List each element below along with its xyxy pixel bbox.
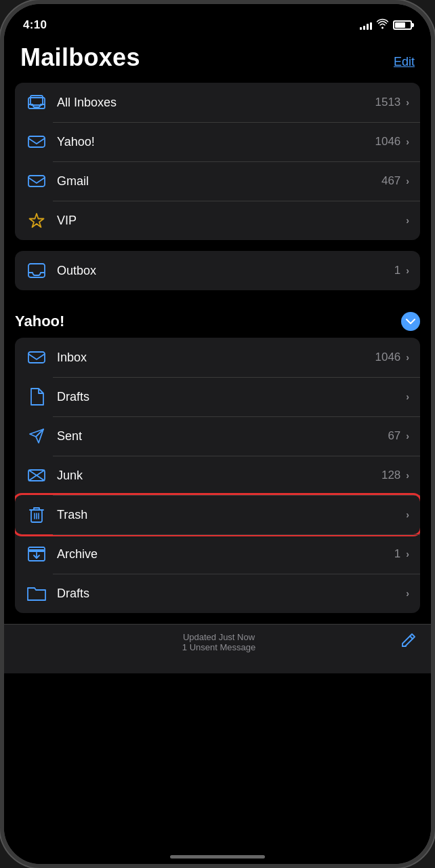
vip-label: VIP [57, 214, 400, 228]
battery-icon [393, 20, 412, 30]
svg-rect-16 [28, 547, 45, 551]
yahoo-trash-chevron: › [406, 509, 409, 520]
home-indicator [170, 855, 265, 859]
yahoo-archive-label: Archive [57, 547, 394, 561]
outbox-group: Outbox 1 › [15, 251, 420, 290]
status-icons [360, 20, 412, 31]
svg-rect-3 [28, 176, 45, 186]
gmail-label: Gmail [57, 174, 381, 189]
star-icon [26, 210, 47, 231]
bottom-status-info: Updated Just Now 1 Unsent Message [38, 632, 400, 652]
yahoo-junk-count: 128 [381, 469, 400, 482]
yahoo-trash-label: Trash [57, 508, 400, 522]
update-status: Updated Just Now [183, 632, 255, 642]
yahoo-inbox-icon [26, 131, 47, 153]
yahoo-sent-count: 67 [388, 429, 400, 443]
yahoo-section-header: Yahoo! [4, 301, 431, 338]
page-header: Mailboxes Edit [4, 38, 431, 83]
compose-button[interactable] [400, 631, 417, 653]
yahoo-drafts2-chevron: › [406, 588, 409, 599]
yahoo-folders-group: Inbox 1046 › Drafts › [15, 338, 420, 613]
gmail-icon [26, 170, 47, 192]
main-content: Mailboxes Edit All Inboxes 1513 [4, 38, 431, 864]
bottom-toolbar: Updated Just Now 1 Unsent Message [4, 624, 431, 673]
yahoo-drafts-item[interactable]: Drafts › [15, 377, 420, 416]
yahoo-drafts2-label: Drafts [57, 587, 400, 601]
svg-line-18 [410, 636, 413, 639]
phone-inner: 4:10 [4, 4, 431, 864]
svg-rect-5 [28, 352, 45, 363]
vip-item[interactable]: VIP › [15, 201, 420, 240]
page-title: Mailboxes [20, 43, 140, 72]
yahoo-inbox-folder-count: 1046 [375, 351, 401, 364]
yahoo-junk-item[interactable]: Junk 128 › [15, 456, 420, 495]
signal-bar-2 [363, 26, 365, 30]
edit-button[interactable]: Edit [394, 55, 415, 72]
signal-bar-1 [360, 27, 362, 30]
yahoo-inbox-item[interactable]: Yahoo! 1046 › [15, 122, 420, 161]
folder-icon [26, 583, 47, 604]
vip-chevron: › [406, 215, 409, 226]
yahoo-archive-count: 1 [394, 547, 400, 561]
outbox-count: 1 [394, 264, 400, 277]
archive-icon [26, 543, 47, 565]
yahoo-section-chevron-icon[interactable] [401, 312, 420, 331]
yahoo-inbox-folder-icon [26, 347, 47, 368]
yahoo-junk-label: Junk [57, 469, 381, 483]
junk-icon [26, 465, 47, 486]
yahoo-sent-chevron: › [406, 431, 409, 441]
svg-rect-2 [28, 136, 45, 147]
gmail-chevron: › [406, 176, 409, 186]
status-time: 4:10 [23, 18, 47, 32]
yahoo-junk-chevron: › [406, 470, 409, 481]
yahoo-inbox-folder-item[interactable]: Inbox 1046 › [15, 338, 420, 377]
signal-bars-icon [360, 21, 372, 30]
all-inboxes-label: All Inboxes [57, 96, 375, 110]
draft-icon [26, 386, 47, 408]
wifi-icon [377, 20, 388, 31]
outbox-label: Outbox [57, 264, 394, 278]
yahoo-count: 1046 [375, 135, 401, 149]
outbox-item[interactable]: Outbox 1 › [15, 251, 420, 290]
all-inboxes-chevron: › [406, 97, 409, 108]
yahoo-inbox-folder-label: Inbox [57, 351, 375, 365]
yahoo-drafts-label: Drafts [57, 390, 400, 404]
signal-bar-4 [370, 22, 372, 30]
battery-fill [395, 22, 405, 28]
gmail-item[interactable]: Gmail 467 › [15, 161, 420, 201]
yahoo-archive-item[interactable]: Archive 1 › [15, 534, 420, 574]
gmail-count: 467 [381, 174, 400, 188]
yahoo-drafts2-item[interactable]: Drafts › [15, 574, 420, 613]
yahoo-section-title: Yahoo! [15, 313, 64, 330]
yahoo-label: Yahoo! [57, 135, 375, 149]
yahoo-trash-item[interactable]: Trash › [15, 495, 420, 534]
main-mailboxes-group: All Inboxes 1513 › Yahoo! 1046 › [15, 83, 420, 240]
phone-frame: 4:10 [0, 0, 435, 868]
all-inboxes-count: 1513 [375, 96, 401, 109]
unsent-message-status: 1 Unsent Message [182, 642, 255, 652]
yahoo-chevron: › [406, 136, 409, 147]
notch [163, 4, 272, 24]
yahoo-inbox-folder-chevron: › [406, 352, 409, 363]
all-inboxes-icon [26, 92, 47, 113]
yahoo-sent-label: Sent [57, 429, 388, 443]
all-inboxes-item[interactable]: All Inboxes 1513 › [15, 83, 420, 122]
yahoo-sent-item[interactable]: Sent 67 › [15, 416, 420, 456]
yahoo-archive-chevron: › [406, 549, 409, 559]
outbox-icon [26, 260, 47, 281]
outbox-chevron: › [406, 265, 409, 276]
signal-bar-3 [367, 24, 369, 30]
trash-icon [26, 504, 47, 526]
sent-icon [26, 425, 47, 447]
yahoo-drafts-chevron: › [406, 391, 409, 402]
